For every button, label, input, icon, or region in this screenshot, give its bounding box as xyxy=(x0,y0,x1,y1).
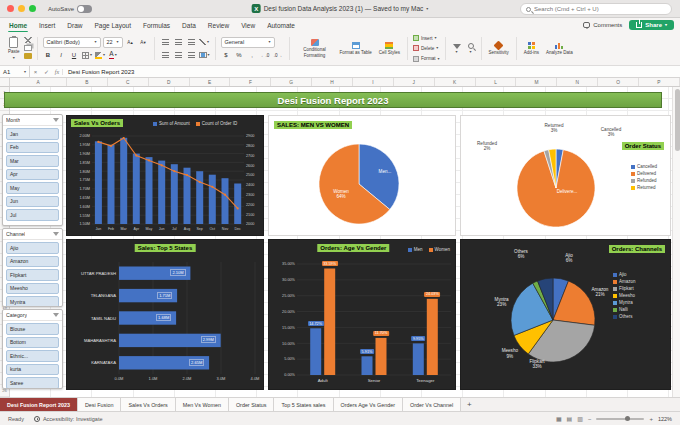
comments-button[interactable]: Comments xyxy=(583,22,622,28)
tab-automate[interactable]: Automate xyxy=(266,20,296,31)
bold-button[interactable]: B xyxy=(43,50,54,61)
report-title-banner[interactable]: Desi Fusion Report 2023 xyxy=(4,92,662,108)
sheet-tab-sales-vs-orders[interactable]: Sales Vs Orders xyxy=(121,398,175,411)
zoom-slider-knob[interactable] xyxy=(625,416,630,421)
sheet-tab-order-status[interactable]: Order Status xyxy=(229,398,275,411)
slicer-item-bottom[interactable]: Bottom xyxy=(6,337,59,349)
orientation-button[interactable]: ▾ xyxy=(199,37,210,48)
name-box[interactable]: A1 ▾ xyxy=(0,66,30,78)
column-header-F[interactable]: F xyxy=(230,78,271,86)
minimize-window-button[interactable] xyxy=(18,5,25,12)
column-header-G[interactable]: G xyxy=(271,78,312,86)
slicer-item-ethnic[interactable]: Ethnic... xyxy=(6,350,59,362)
decrease-font-button[interactable]: A▾ xyxy=(138,37,149,48)
slicer-item-jan[interactable]: Jan xyxy=(6,128,59,140)
font-color-button[interactable]: A▾ xyxy=(108,50,119,61)
scrollbar-thumb[interactable] xyxy=(675,89,680,151)
sheet-tab-desi-fusion-report-2023[interactable]: Desi Fusion Report 2023 xyxy=(0,398,78,411)
slicer-month[interactable]: MonthJanFebMarAprMayJunJul xyxy=(2,114,63,226)
tab-view[interactable]: View xyxy=(240,20,256,31)
sensitivity-button[interactable]: Sensitivity xyxy=(487,42,511,55)
align-middle-button[interactable] xyxy=(173,37,184,48)
addins-button[interactable]: Add-ins xyxy=(522,42,541,55)
page-break-view-icon[interactable]: ▥ xyxy=(577,415,583,422)
enter-icon[interactable]: ✓ xyxy=(41,68,52,75)
analyze-data-button[interactable]: Analyze Data xyxy=(544,42,575,55)
clear-filter-icon[interactable] xyxy=(53,313,59,317)
chevron-down-icon[interactable]: ▾ xyxy=(426,7,428,11)
search-input[interactable] xyxy=(534,6,664,12)
autosave-control[interactable]: AutoSave xyxy=(48,5,92,13)
cell-styles-button[interactable]: Cell Styles xyxy=(377,42,402,55)
chart-men-vs-women[interactable]: SALES: MEN VS WOMENMen...Women 64% xyxy=(268,115,456,236)
slicer-item-feb[interactable]: Feb xyxy=(6,142,59,154)
align-left-button[interactable] xyxy=(160,50,171,61)
slicer-item-jun[interactable]: Jun xyxy=(6,196,59,208)
clear-filter-icon[interactable] xyxy=(53,118,59,122)
slicer-item-jul[interactable]: Jul xyxy=(6,209,59,221)
slicer-item-kurta[interactable]: kurta xyxy=(6,364,59,376)
chart-top5-states[interactable]: Sales: Top 5 States0.0M1.0M2.0M3.0M4.0MU… xyxy=(66,239,264,390)
slicer-item-apr[interactable]: Apr xyxy=(6,169,59,181)
column-header-C[interactable]: C xyxy=(108,78,149,86)
insert-cells-button[interactable]: Insert ▾ xyxy=(413,34,440,42)
tab-data[interactable]: Data xyxy=(181,20,197,31)
zoom-in-icon[interactable]: + xyxy=(649,416,653,422)
sheet-tab-men-vs-women[interactable]: Men Vs Women xyxy=(176,398,229,411)
column-header-I[interactable]: I xyxy=(353,78,394,86)
font-name-select[interactable]: Calibri (Body) ▾ xyxy=(43,37,101,48)
column-header-K[interactable]: K xyxy=(435,78,476,86)
slicer-item-flipkart[interactable]: Flipkart xyxy=(6,269,59,281)
column-header-D[interactable]: D xyxy=(149,78,190,86)
underline-button[interactable]: U xyxy=(69,50,80,61)
column-header-N[interactable]: N xyxy=(557,78,598,86)
chart-order-status[interactable]: Order StatusCancelled 3%Delivere...Refun… xyxy=(460,115,671,236)
share-button[interactable]: Share ▾ xyxy=(629,20,674,30)
increase-decimal-button[interactable]: ←.0 xyxy=(260,50,271,61)
align-top-button[interactable] xyxy=(160,37,171,48)
slicer-item-blouse[interactable]: Blouse xyxy=(6,323,59,335)
insert-function-icon[interactable]: fx xyxy=(52,69,63,75)
align-right-button[interactable] xyxy=(186,50,197,61)
find-select-button[interactable]: ▾ xyxy=(466,43,476,54)
formula-input[interactable]: Desi Fusion Report 2023 xyxy=(63,69,134,75)
sheet-tab-top-5-states-sales[interactable]: Top 5 States sales xyxy=(274,398,333,411)
slicer-item-myntra[interactable]: Myntra xyxy=(6,296,59,307)
delete-cells-button[interactable]: Delete ▾ xyxy=(413,44,440,52)
tab-formulas[interactable]: Formulas xyxy=(142,20,171,31)
slicer-item-amazon[interactable]: Amazon xyxy=(6,256,59,268)
column-header-J[interactable]: J xyxy=(394,78,435,86)
format-as-table-button[interactable]: Format as Table xyxy=(338,42,374,55)
search-box[interactable] xyxy=(520,3,672,15)
column-header-P[interactable]: P xyxy=(639,78,680,86)
column-header-O[interactable]: O xyxy=(598,78,639,86)
chart-orders-channels[interactable]: Orders: ChannelsAjio 6%Amazon 21%Flipkar… xyxy=(460,239,671,390)
copy-icon[interactable] xyxy=(24,45,32,51)
column-header-E[interactable]: E xyxy=(190,78,231,86)
conditional-formatting-button[interactable]: Conditional Formatting xyxy=(295,39,335,57)
normal-view-icon[interactable]: ▦ xyxy=(556,415,562,422)
slicer-channel[interactable]: ChannelAjioAmazonFlipkartMeeshoMyntraNal… xyxy=(2,228,63,307)
percent-button[interactable]: % xyxy=(234,50,245,61)
slicer-category[interactable]: CategoryBlouseBottomEthnic...kurtaSareeS… xyxy=(2,309,63,389)
slicer-item-may[interactable]: May xyxy=(6,182,59,194)
column-header-A[interactable]: A xyxy=(10,78,67,86)
tab-insert[interactable]: Insert xyxy=(38,20,56,31)
increase-font-button[interactable]: A▴ xyxy=(125,37,136,48)
format-painter-icon[interactable] xyxy=(24,53,32,59)
clear-filter-icon[interactable] xyxy=(53,232,59,236)
fill-color-button[interactable]: ▾ xyxy=(95,50,106,61)
zoom-window-button[interactable] xyxy=(29,5,36,12)
add-sheet-button[interactable]: + xyxy=(461,398,477,411)
comma-button[interactable]: , xyxy=(247,50,258,61)
page-layout-view-icon[interactable]: ▤ xyxy=(567,415,573,422)
column-header-B[interactable]: B xyxy=(67,78,108,86)
italic-button[interactable]: I xyxy=(56,50,67,61)
sheet-tab-desi-fusion[interactable]: Desi Fusion xyxy=(78,398,121,411)
tab-draw[interactable]: Draw xyxy=(66,20,83,31)
decrease-decimal-button[interactable]: .0→ xyxy=(273,50,284,61)
borders-button[interactable]: ▾ xyxy=(82,50,93,61)
chart-age-vs-gender[interactable]: Orders: Age Vs GenderMenWomen35.00%30.00… xyxy=(268,239,456,390)
chart-sales-vs-orders[interactable]: Sales Vs OrdersSum of AmountCount of Ord… xyxy=(66,115,264,236)
column-header-L[interactable]: L xyxy=(476,78,517,86)
